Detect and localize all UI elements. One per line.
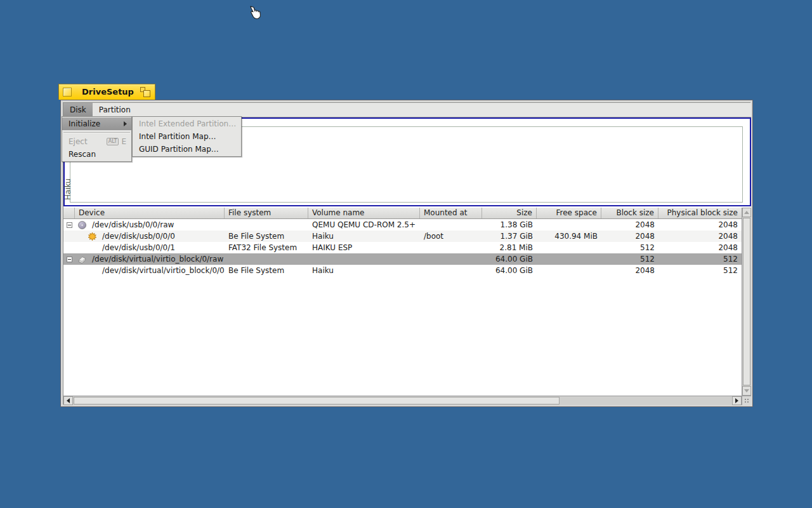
column-file-system[interactable]: File system — [225, 208, 308, 218]
column-block-size[interactable]: Block size — [601, 208, 658, 218]
horizontal-scroll-thumb[interactable] — [74, 397, 560, 404]
menu-item-intel-extended-partition[interactable]: Intel Extended Partition… — [133, 117, 241, 130]
column-volume-name[interactable]: Volume name — [308, 208, 420, 218]
table-row-selected[interactable]: /dev/disk/virtual/virtio_block/0/raw 64.… — [63, 253, 742, 265]
hand-cursor — [248, 5, 265, 24]
collapse-icon[interactable] — [67, 257, 72, 262]
column-physical-block-size[interactable]: Physical block size — [658, 208, 742, 218]
menu-separator — [62, 130, 131, 135]
table-header: Device File system Volume name Mounted a… — [63, 208, 742, 219]
table-row[interactable]: /dev/disk/usb/0/0/1 FAT32 File System HA… — [63, 242, 742, 253]
window-tab[interactable]: DriveSetup — [58, 84, 155, 100]
column-expander — [63, 208, 75, 218]
desktop: DriveSetup Disk Partition Haiku — [0, 0, 812, 508]
scroll-right-button[interactable] — [732, 396, 742, 405]
vertical-scroll-thumb[interactable] — [743, 218, 750, 385]
menu-disk[interactable]: Disk — [63, 103, 93, 117]
menu-item-intel-partition-map[interactable]: Intel Partition Map… — [133, 130, 241, 143]
initialize-submenu: Intel Extended Partition… Intel Partitio… — [132, 116, 242, 157]
arrow-up-icon — [744, 211, 749, 214]
disk-menu: Initialize Eject ALT E Rescan — [62, 116, 132, 162]
device-table: Device File system Volume name Mounted a… — [63, 208, 742, 396]
scroll-up-button[interactable] — [742, 208, 751, 217]
window-title: DriveSetup — [82, 87, 134, 97]
table-row[interactable]: /dev/disk/virtual/virtio_block/0/0 Be Fi… — [63, 265, 742, 276]
zoom-button[interactable] — [140, 87, 151, 98]
column-size[interactable]: Size — [482, 208, 537, 218]
shortcut: ALT E — [107, 135, 126, 148]
menu-item-initialize[interactable]: Initialize — [62, 117, 131, 130]
arrow-down-icon — [744, 389, 749, 392]
scroll-left-button[interactable] — [63, 396, 73, 405]
partition-label: Haiku — [63, 178, 72, 200]
menu-partition[interactable]: Partition — [93, 103, 137, 117]
alt-keycap: ALT — [107, 138, 119, 145]
close-button[interactable] — [63, 88, 72, 97]
cdrom-icon — [77, 220, 87, 230]
menu-item-guid-partition-map[interactable]: GUID Partition Map… — [133, 143, 241, 156]
column-free-space[interactable]: Free space — [537, 208, 601, 218]
hard-disk-icon — [77, 255, 87, 264]
column-device[interactable]: Device — [75, 208, 225, 218]
horizontal-scrollbar[interactable] — [63, 396, 742, 405]
menu-bar: Disk Partition — [63, 103, 751, 117]
vertical-scrollbar[interactable] — [742, 208, 751, 396]
resize-grip[interactable] — [742, 396, 751, 405]
arrow-left-icon — [67, 398, 70, 403]
menu-item-rescan[interactable]: Rescan — [62, 148, 131, 161]
arrow-right-icon — [735, 398, 738, 403]
table-row[interactable]: /dev/disk/usb/0/0/0 Be File System Haiku… — [63, 231, 742, 242]
haiku-leaf-icon — [88, 232, 97, 241]
table-row[interactable]: /dev/disk/usb/0/0/raw QEMU QEMU CD-ROM 2… — [63, 219, 742, 231]
menu-item-eject[interactable]: Eject ALT E — [62, 135, 131, 148]
zoom-icon — [143, 90, 150, 97]
collapse-icon[interactable] — [67, 222, 72, 228]
scroll-down-button[interactable] — [742, 386, 751, 396]
column-mounted-at[interactable]: Mounted at — [420, 208, 482, 218]
submenu-arrow-icon — [124, 121, 127, 126]
